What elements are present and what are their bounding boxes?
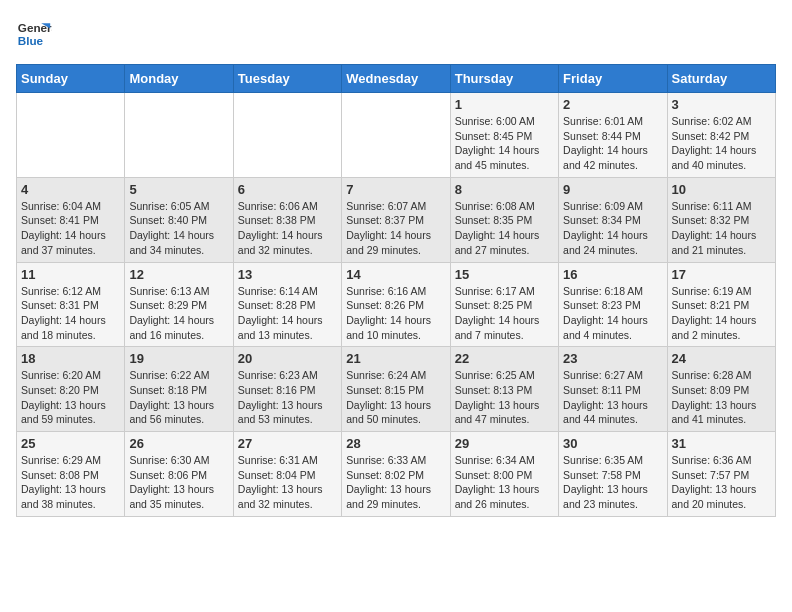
calendar-cell: 2Sunrise: 6:01 AM Sunset: 8:44 PM Daylig…: [559, 93, 667, 178]
day-info: Sunrise: 6:14 AM Sunset: 8:28 PM Dayligh…: [238, 284, 337, 343]
calendar-cell: 27Sunrise: 6:31 AM Sunset: 8:04 PM Dayli…: [233, 432, 341, 517]
day-info: Sunrise: 6:02 AM Sunset: 8:42 PM Dayligh…: [672, 114, 771, 173]
day-info: Sunrise: 6:28 AM Sunset: 8:09 PM Dayligh…: [672, 368, 771, 427]
day-number: 31: [672, 436, 771, 451]
day-number: 26: [129, 436, 228, 451]
day-info: Sunrise: 6:18 AM Sunset: 8:23 PM Dayligh…: [563, 284, 662, 343]
day-info: Sunrise: 6:29 AM Sunset: 8:08 PM Dayligh…: [21, 453, 120, 512]
day-info: Sunrise: 6:00 AM Sunset: 8:45 PM Dayligh…: [455, 114, 554, 173]
day-info: Sunrise: 6:08 AM Sunset: 8:35 PM Dayligh…: [455, 199, 554, 258]
day-info: Sunrise: 6:04 AM Sunset: 8:41 PM Dayligh…: [21, 199, 120, 258]
calendar-cell: 22Sunrise: 6:25 AM Sunset: 8:13 PM Dayli…: [450, 347, 558, 432]
calendar-cell: 25Sunrise: 6:29 AM Sunset: 8:08 PM Dayli…: [17, 432, 125, 517]
day-number: 17: [672, 267, 771, 282]
day-number: 13: [238, 267, 337, 282]
day-number: 7: [346, 182, 445, 197]
day-info: Sunrise: 6:17 AM Sunset: 8:25 PM Dayligh…: [455, 284, 554, 343]
calendar-cell: 28Sunrise: 6:33 AM Sunset: 8:02 PM Dayli…: [342, 432, 450, 517]
calendar-cell: 8Sunrise: 6:08 AM Sunset: 8:35 PM Daylig…: [450, 177, 558, 262]
calendar-cell: 29Sunrise: 6:34 AM Sunset: 8:00 PM Dayli…: [450, 432, 558, 517]
day-number: 11: [21, 267, 120, 282]
day-number: 18: [21, 351, 120, 366]
calendar-cell: 23Sunrise: 6:27 AM Sunset: 8:11 PM Dayli…: [559, 347, 667, 432]
logo-icon: General Blue: [16, 16, 52, 52]
calendar-cell: 16Sunrise: 6:18 AM Sunset: 8:23 PM Dayli…: [559, 262, 667, 347]
calendar-cell: 12Sunrise: 6:13 AM Sunset: 8:29 PM Dayli…: [125, 262, 233, 347]
day-info: Sunrise: 6:07 AM Sunset: 8:37 PM Dayligh…: [346, 199, 445, 258]
day-number: 8: [455, 182, 554, 197]
calendar-cell: 11Sunrise: 6:12 AM Sunset: 8:31 PM Dayli…: [17, 262, 125, 347]
day-number: 15: [455, 267, 554, 282]
calendar-cell: 24Sunrise: 6:28 AM Sunset: 8:09 PM Dayli…: [667, 347, 775, 432]
day-number: 14: [346, 267, 445, 282]
day-number: 1: [455, 97, 554, 112]
logo: General Blue: [16, 16, 52, 52]
calendar-header-row: SundayMondayTuesdayWednesdayThursdayFrid…: [17, 65, 776, 93]
calendar-cell: 1Sunrise: 6:00 AM Sunset: 8:45 PM Daylig…: [450, 93, 558, 178]
calendar-cell: 30Sunrise: 6:35 AM Sunset: 7:58 PM Dayli…: [559, 432, 667, 517]
calendar-cell: [233, 93, 341, 178]
calendar-week-5: 25Sunrise: 6:29 AM Sunset: 8:08 PM Dayli…: [17, 432, 776, 517]
calendar-week-3: 11Sunrise: 6:12 AM Sunset: 8:31 PM Dayli…: [17, 262, 776, 347]
day-info: Sunrise: 6:36 AM Sunset: 7:57 PM Dayligh…: [672, 453, 771, 512]
col-header-monday: Monday: [125, 65, 233, 93]
day-number: 10: [672, 182, 771, 197]
day-number: 21: [346, 351, 445, 366]
page-header: General Blue: [16, 16, 776, 52]
day-number: 16: [563, 267, 662, 282]
day-number: 5: [129, 182, 228, 197]
day-number: 28: [346, 436, 445, 451]
calendar-cell: 3Sunrise: 6:02 AM Sunset: 8:42 PM Daylig…: [667, 93, 775, 178]
calendar-cell: 31Sunrise: 6:36 AM Sunset: 7:57 PM Dayli…: [667, 432, 775, 517]
day-info: Sunrise: 6:12 AM Sunset: 8:31 PM Dayligh…: [21, 284, 120, 343]
calendar-table: SundayMondayTuesdayWednesdayThursdayFrid…: [16, 64, 776, 517]
day-number: 19: [129, 351, 228, 366]
day-number: 3: [672, 97, 771, 112]
day-number: 6: [238, 182, 337, 197]
day-number: 24: [672, 351, 771, 366]
calendar-cell: 6Sunrise: 6:06 AM Sunset: 8:38 PM Daylig…: [233, 177, 341, 262]
day-info: Sunrise: 6:34 AM Sunset: 8:00 PM Dayligh…: [455, 453, 554, 512]
day-number: 22: [455, 351, 554, 366]
calendar-cell: 14Sunrise: 6:16 AM Sunset: 8:26 PM Dayli…: [342, 262, 450, 347]
day-info: Sunrise: 6:20 AM Sunset: 8:20 PM Dayligh…: [21, 368, 120, 427]
calendar-cell: 19Sunrise: 6:22 AM Sunset: 8:18 PM Dayli…: [125, 347, 233, 432]
day-number: 20: [238, 351, 337, 366]
day-info: Sunrise: 6:19 AM Sunset: 8:21 PM Dayligh…: [672, 284, 771, 343]
calendar-week-4: 18Sunrise: 6:20 AM Sunset: 8:20 PM Dayli…: [17, 347, 776, 432]
col-header-friday: Friday: [559, 65, 667, 93]
calendar-cell: 15Sunrise: 6:17 AM Sunset: 8:25 PM Dayli…: [450, 262, 558, 347]
calendar-cell: 7Sunrise: 6:07 AM Sunset: 8:37 PM Daylig…: [342, 177, 450, 262]
calendar-cell: 13Sunrise: 6:14 AM Sunset: 8:28 PM Dayli…: [233, 262, 341, 347]
day-number: 9: [563, 182, 662, 197]
col-header-tuesday: Tuesday: [233, 65, 341, 93]
day-info: Sunrise: 6:27 AM Sunset: 8:11 PM Dayligh…: [563, 368, 662, 427]
day-number: 2: [563, 97, 662, 112]
day-info: Sunrise: 6:31 AM Sunset: 8:04 PM Dayligh…: [238, 453, 337, 512]
calendar-cell: 5Sunrise: 6:05 AM Sunset: 8:40 PM Daylig…: [125, 177, 233, 262]
day-info: Sunrise: 6:35 AM Sunset: 7:58 PM Dayligh…: [563, 453, 662, 512]
col-header-sunday: Sunday: [17, 65, 125, 93]
calendar-cell: 20Sunrise: 6:23 AM Sunset: 8:16 PM Dayli…: [233, 347, 341, 432]
calendar-week-2: 4Sunrise: 6:04 AM Sunset: 8:41 PM Daylig…: [17, 177, 776, 262]
calendar-cell: 4Sunrise: 6:04 AM Sunset: 8:41 PM Daylig…: [17, 177, 125, 262]
day-info: Sunrise: 6:30 AM Sunset: 8:06 PM Dayligh…: [129, 453, 228, 512]
day-number: 23: [563, 351, 662, 366]
day-number: 12: [129, 267, 228, 282]
calendar-cell: [342, 93, 450, 178]
svg-text:Blue: Blue: [18, 34, 44, 47]
col-header-wednesday: Wednesday: [342, 65, 450, 93]
day-number: 25: [21, 436, 120, 451]
calendar-week-1: 1Sunrise: 6:00 AM Sunset: 8:45 PM Daylig…: [17, 93, 776, 178]
day-info: Sunrise: 6:09 AM Sunset: 8:34 PM Dayligh…: [563, 199, 662, 258]
day-info: Sunrise: 6:22 AM Sunset: 8:18 PM Dayligh…: [129, 368, 228, 427]
calendar-cell: 10Sunrise: 6:11 AM Sunset: 8:32 PM Dayli…: [667, 177, 775, 262]
calendar-cell: 9Sunrise: 6:09 AM Sunset: 8:34 PM Daylig…: [559, 177, 667, 262]
day-info: Sunrise: 6:33 AM Sunset: 8:02 PM Dayligh…: [346, 453, 445, 512]
day-number: 30: [563, 436, 662, 451]
day-number: 29: [455, 436, 554, 451]
day-info: Sunrise: 6:25 AM Sunset: 8:13 PM Dayligh…: [455, 368, 554, 427]
day-info: Sunrise: 6:23 AM Sunset: 8:16 PM Dayligh…: [238, 368, 337, 427]
calendar-cell: [125, 93, 233, 178]
day-info: Sunrise: 6:24 AM Sunset: 8:15 PM Dayligh…: [346, 368, 445, 427]
